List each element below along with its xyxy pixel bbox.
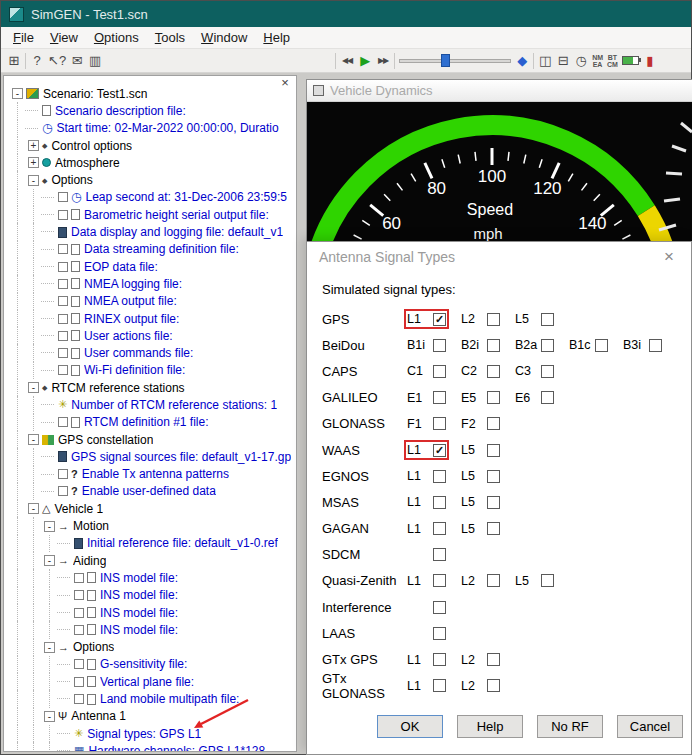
tree-item[interactable]: RINEX output file:: [4, 310, 296, 327]
tree-checkbox[interactable]: [74, 590, 84, 600]
tree-item[interactable]: Data display and logging file: default_v…: [4, 223, 296, 240]
tree-checkbox[interactable]: [74, 694, 84, 704]
signal-checkbox[interactable]: [541, 339, 554, 352]
signal-checkbox[interactable]: ✓: [433, 444, 446, 457]
tree-item-label[interactable]: GPS signal sources file: default_v1-17.g…: [71, 450, 291, 464]
tree-item[interactable]: -◆Options: [4, 171, 296, 188]
tree-checkbox[interactable]: [58, 192, 68, 202]
titlebar[interactable]: SimGEN - Test1.scn: [1, 1, 691, 27]
tree-item[interactable]: ◷Start time: 02-Mar-2022 00:00:00, Durat…: [4, 120, 296, 137]
tree-item-label[interactable]: INS model file:: [100, 623, 178, 637]
tree-checkbox[interactable]: [58, 262, 68, 272]
signal-checkbox[interactable]: [487, 339, 500, 352]
cancel-button[interactable]: Cancel: [617, 715, 683, 738]
tree-item-label[interactable]: Wi-Fi definition file:: [84, 363, 185, 377]
signal-checkbox[interactable]: [649, 339, 662, 352]
tree-item[interactable]: Land mobile multipath file:: [4, 690, 296, 707]
tree-expander[interactable]: -: [44, 642, 55, 653]
tree-item-label[interactable]: Initial reference file: default_v1-0.ref: [87, 536, 278, 550]
tree-item[interactable]: Scenario description file:: [4, 102, 296, 119]
tree-item[interactable]: ✳Signal types: GPS L1: [4, 725, 296, 742]
tree-item[interactable]: User actions file:: [4, 327, 296, 344]
dialog-titlebar[interactable]: Antenna Signal Types ×: [307, 242, 691, 272]
help-icon[interactable]: ?: [30, 53, 44, 68]
signal-checkbox[interactable]: [433, 574, 446, 587]
signal-checkbox[interactable]: [487, 444, 500, 457]
signal-checkbox[interactable]: [433, 470, 446, 483]
rewind-icon[interactable]: ◀◀: [340, 56, 354, 65]
tree-checkbox[interactable]: [58, 348, 68, 358]
clock-icon[interactable]: ◷: [574, 53, 588, 68]
tree-item[interactable]: INS model file:: [4, 587, 296, 604]
menu-view[interactable]: View: [42, 28, 86, 47]
tree-item[interactable]: Barometric height serial output file:: [4, 206, 296, 223]
tree-checkbox[interactable]: [58, 331, 68, 341]
simulation-time-slider[interactable]: [399, 53, 511, 69]
tree-item[interactable]: ◷Leap second at: 31-Dec-2006 23:59:5: [4, 189, 296, 206]
signal-checkbox[interactable]: [487, 496, 500, 509]
signal-checkbox[interactable]: [595, 339, 608, 352]
tree-expander[interactable]: -: [44, 555, 55, 566]
tile-windows-icon[interactable]: ◫: [538, 53, 552, 68]
tree-item-label[interactable]: INS model file:: [100, 606, 178, 620]
menu-options[interactable]: Options: [86, 28, 147, 47]
tree-checkbox[interactable]: [74, 625, 84, 635]
tree-item[interactable]: ?Enable user-defined data: [4, 483, 296, 500]
tree-item-label[interactable]: User actions file:: [84, 329, 173, 343]
signal-checkbox[interactable]: [541, 574, 554, 587]
ok-button[interactable]: OK: [377, 715, 443, 738]
signal-checkbox[interactable]: [487, 522, 500, 535]
tree-expander[interactable]: -: [28, 503, 39, 514]
tree-item[interactable]: Data streaming definition file:: [4, 241, 296, 258]
signal-checkbox[interactable]: [433, 601, 446, 614]
tree-item[interactable]: +◆Control options: [4, 137, 296, 154]
signal-checkbox[interactable]: [487, 417, 500, 430]
tree-item-label[interactable]: Start time: 02-Mar-2022 00:00:00, Durati…: [56, 121, 278, 135]
tree-item[interactable]: -→Options: [4, 639, 296, 656]
menu-window[interactable]: Window: [193, 28, 255, 47]
tree-item-label[interactable]: Data streaming definition file:: [84, 242, 239, 256]
tree-checkbox[interactable]: [58, 365, 68, 375]
tree-item[interactable]: ✳Number of RTCM reference stations: 1: [4, 396, 296, 413]
tree-item[interactable]: -Scenario: Test1.scn: [4, 85, 296, 102]
tree-expander[interactable]: -: [28, 434, 39, 445]
tree-item-label[interactable]: RINEX output file:: [84, 312, 179, 326]
tree-expander[interactable]: +: [28, 157, 39, 168]
tree-checkbox[interactable]: [58, 417, 68, 427]
mail-icon[interactable]: ✉: [70, 53, 84, 68]
tree-item[interactable]: -GPS constellation: [4, 431, 296, 448]
menu-tools[interactable]: Tools: [147, 28, 193, 47]
signal-checkbox[interactable]: [433, 522, 446, 535]
signal-checkbox[interactable]: [433, 417, 446, 430]
signal-checkbox[interactable]: [433, 496, 446, 509]
tree-item-label[interactable]: Enable user-defined data: [82, 484, 216, 498]
signal-checkbox[interactable]: [433, 679, 446, 692]
tree-item[interactable]: NMEA logging file:: [4, 275, 296, 292]
signal-checkbox[interactable]: [541, 365, 554, 378]
tree-item[interactable]: Initial reference file: default_v1-0.ref: [4, 535, 296, 552]
tree-item-label[interactable]: Land mobile multipath file:: [100, 692, 239, 706]
signal-checkbox[interactable]: [487, 391, 500, 404]
tree-expander[interactable]: -: [44, 521, 55, 532]
tree-item-label[interactable]: Data display and logging file: default_v…: [71, 225, 283, 239]
signal-checkbox[interactable]: [541, 313, 554, 326]
data-logging-icon[interactable]: ▥: [88, 53, 102, 68]
tree-item[interactable]: +Atmosphere: [4, 154, 296, 171]
tree-item-label[interactable]: G-sensitivity file:: [100, 657, 187, 671]
tree-item-label[interactable]: INS model file:: [100, 571, 178, 585]
tree-item[interactable]: Vertical plane file:: [4, 673, 296, 690]
tree-item[interactable]: User commands file:: [4, 344, 296, 361]
tree-item[interactable]: G-sensitivity file:: [4, 656, 296, 673]
tree-checkbox[interactable]: [58, 469, 68, 479]
run-icon[interactable]: ▶: [358, 53, 372, 68]
slider-thumb[interactable]: [441, 54, 450, 67]
signal-checkbox[interactable]: [433, 365, 446, 378]
signal-checkbox[interactable]: [487, 574, 500, 587]
tree-checkbox[interactable]: [58, 210, 68, 220]
tree-item[interactable]: Wi-Fi definition file:: [4, 362, 296, 379]
tree-checkbox[interactable]: [74, 608, 84, 618]
signal-checkbox[interactable]: [487, 365, 500, 378]
signal-checkbox[interactable]: [433, 548, 446, 561]
fast-forward-icon[interactable]: ▶▶: [376, 56, 390, 65]
tree-item-label[interactable]: Signal types: GPS L1: [87, 727, 201, 741]
